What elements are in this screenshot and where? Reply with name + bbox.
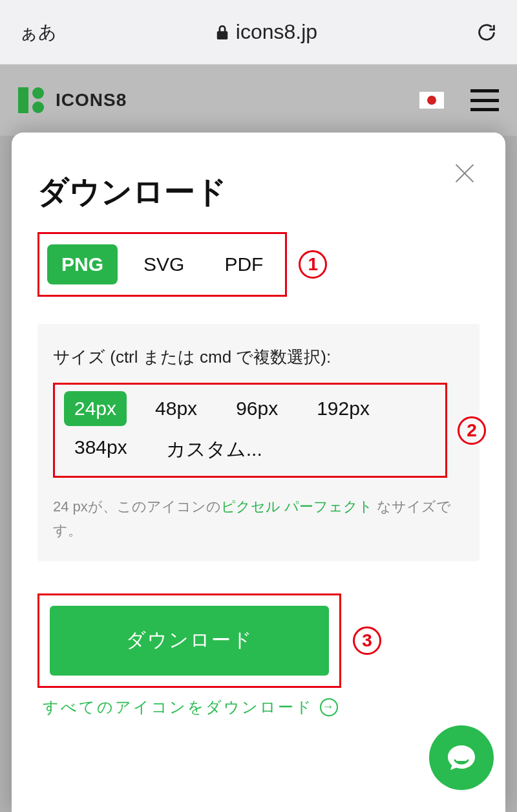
reader-aa-button[interactable]: ぁあ [19,20,57,45]
reload-icon[interactable] [476,21,498,43]
annotation-2: 2 [458,416,486,445]
url-display[interactable]: icons8.jp [70,20,463,44]
chat-fab-button[interactable] [429,725,494,790]
format-png-button[interactable]: PNG [47,244,118,284]
download-modal: ダウンロード PNG SVG PDF 1 サイズ (ctrl または cmd で… [12,133,505,812]
hamburger-menu-icon[interactable] [470,89,499,111]
download-all-text: すべてのアイコンをダウンロード [43,697,313,718]
size-96px-button[interactable]: 96px [226,391,288,426]
japan-flag-icon[interactable] [419,91,445,109]
size-48px-button[interactable]: 48px [145,391,207,426]
pixel-perfect-hint: 24 pxが、このアイコンのピクセル パーフェクト なサイズです。 [53,495,464,543]
size-selector-group: 24px 48px 96px 192px 384px カスタム... [53,383,447,478]
size-384px-button[interactable]: 384px [64,430,138,469]
logo-text: ICONS8 [56,90,127,111]
download-button[interactable]: ダウンロード [50,606,329,676]
url-text: icons8.jp [236,20,317,44]
size-custom-button[interactable]: カスタム... [156,430,273,469]
download-button-wrapper: ダウンロード [37,593,341,688]
chat-icon [445,743,478,773]
size-panel: サイズ (ctrl または cmd で複数選択): 24px 48px 96px… [37,324,480,561]
icons8-logo-icon [18,87,44,113]
size-label: サイズ (ctrl または cmd で複数選択): [53,346,464,369]
lock-icon [215,24,229,41]
close-icon[interactable] [454,162,476,184]
annotation-1: 1 [299,250,327,279]
hint-pre: 24 pxが、このアイコンの [53,498,221,515]
site-header: ICONS8 [0,65,517,136]
format-pdf-button[interactable]: PDF [210,244,277,284]
size-192px-button[interactable]: 192px [306,391,380,426]
browser-address-bar: ぁあ icons8.jp [0,0,517,65]
annotation-3: 3 [353,626,381,655]
arrow-right-circle-icon: → [320,698,338,716]
format-selector-group: PNG SVG PDF [37,232,287,297]
size-24px-button[interactable]: 24px [64,391,127,426]
download-all-link[interactable]: すべてのアイコンをダウンロード → [37,697,480,718]
pixel-perfect-link[interactable]: ピクセル パーフェクト [221,498,373,515]
format-svg-button[interactable]: SVG [129,244,198,284]
modal-title: ダウンロード [37,171,480,213]
